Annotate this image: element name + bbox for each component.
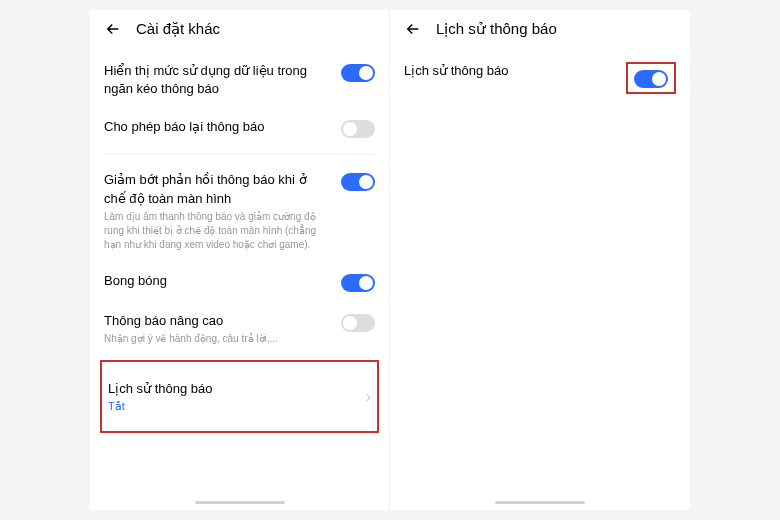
highlight-annotation: Lịch sử thông báo Tắt › bbox=[100, 360, 379, 433]
screen-notification-history: Lịch sử thông báo Lịch sử thông báo bbox=[390, 10, 690, 510]
setting-allow-snooze: Cho phép báo lại thông báo bbox=[104, 108, 375, 148]
toggle-fullscreen[interactable] bbox=[341, 173, 375, 191]
setting-notification-history: Lịch sử thông báo bbox=[404, 52, 676, 104]
page-title: Lịch sử thông báo bbox=[436, 20, 557, 38]
toggle-data-usage[interactable] bbox=[341, 64, 375, 82]
divider bbox=[104, 154, 375, 155]
setting-data-usage: Hiển thị mức sử dụng dữ liệu trong ngăn … bbox=[104, 52, 375, 108]
toggle-allow-snooze[interactable] bbox=[341, 120, 375, 138]
back-arrow-icon[interactable] bbox=[404, 20, 422, 38]
setting-label: Cho phép báo lại thông báo bbox=[104, 118, 329, 136]
header: Cài đặt khác bbox=[90, 10, 389, 52]
setting-desc: Làm dịu âm thanh thông báo và giảm cường… bbox=[104, 210, 329, 252]
setting-label: Lịch sử thông báo bbox=[108, 380, 366, 398]
toggle-advanced[interactable] bbox=[341, 314, 375, 332]
screen-other-settings: Cài đặt khác Hiển thị mức sử dụng dữ liệ… bbox=[90, 10, 390, 510]
highlight-annotation bbox=[626, 62, 676, 94]
setting-status: Tắt bbox=[108, 400, 366, 413]
setting-label: Giảm bớt phản hồi thông báo khi ở chế độ… bbox=[104, 171, 329, 207]
setting-advanced: Thông báo nâng cao Nhận gợi ý về hành độ… bbox=[104, 302, 375, 356]
back-arrow-icon[interactable] bbox=[104, 20, 122, 38]
nav-bar-indicator bbox=[195, 501, 285, 504]
setting-label: Bong bóng bbox=[104, 272, 329, 290]
nav-notification-history[interactable]: Lịch sử thông báo Tắt › bbox=[106, 370, 373, 423]
setting-fullscreen: Giảm bớt phản hồi thông báo khi ở chế độ… bbox=[104, 161, 375, 261]
setting-label: Lịch sử thông báo bbox=[404, 62, 614, 80]
nav-bar-indicator bbox=[495, 501, 585, 504]
toggle-bubbles[interactable] bbox=[341, 274, 375, 292]
toggle-notification-history[interactable] bbox=[634, 70, 668, 88]
chevron-right-icon: › bbox=[366, 388, 371, 406]
page-title: Cài đặt khác bbox=[136, 20, 220, 38]
setting-label: Thông báo nâng cao bbox=[104, 312, 329, 330]
header: Lịch sử thông báo bbox=[390, 10, 690, 52]
setting-label: Hiển thị mức sử dụng dữ liệu trong ngăn … bbox=[104, 62, 329, 98]
setting-desc: Nhận gợi ý về hành động, câu trả lời,... bbox=[104, 332, 329, 346]
setting-bubbles: Bong bóng bbox=[104, 262, 375, 302]
